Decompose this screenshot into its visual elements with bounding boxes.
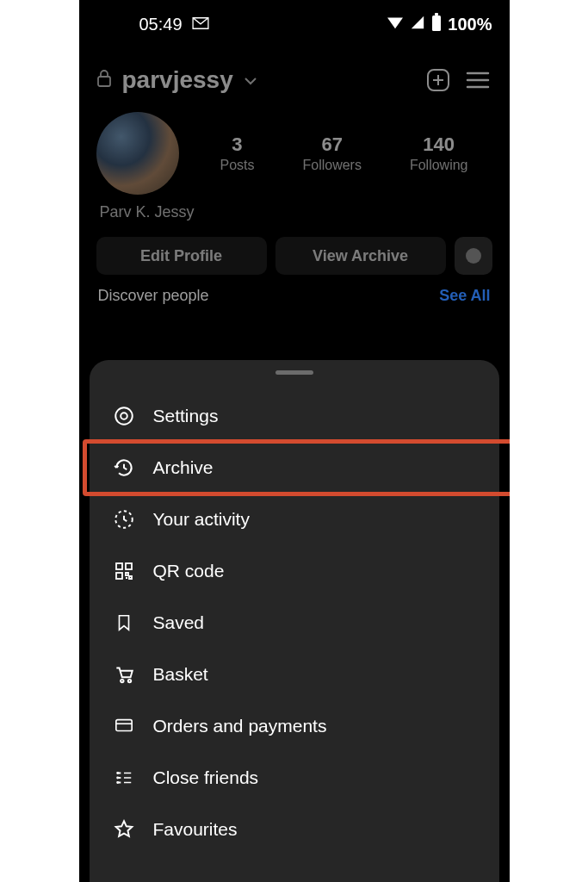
profile-header: parvjessy [79,48,510,112]
status-bar: 05:49 100% [79,0,510,48]
see-all-link[interactable]: See All [439,287,490,305]
activity-icon [112,507,136,531]
menu-bottom-sheet: Settings Archive Your activity QR code S [90,360,499,882]
svg-rect-8 [126,563,132,569]
discover-row: Discover people See All [79,287,510,305]
battery-percent: 100% [448,15,492,34]
svg-point-15 [117,782,118,783]
person-plus-icon [466,248,481,264]
archive-history-icon [112,456,136,480]
menu-label: Saved [153,612,205,633]
menu-item-basket[interactable]: Basket [90,649,499,700]
sheet-grabber[interactable] [275,370,313,375]
svg-rect-7 [116,563,122,569]
svg-point-13 [117,773,118,773]
svg-rect-12 [115,720,131,731]
stat-followers[interactable]: 67 Followers [302,134,361,173]
stat-posts[interactable]: 3 Posts [220,134,254,173]
svg-rect-0 [432,16,441,31]
gear-icon [112,404,136,428]
username-label[interactable]: parvjessy [122,66,233,94]
menu-item-archive[interactable]: Archive [90,442,499,494]
followers-label: Followers [302,158,361,173]
posts-label: Posts [220,158,254,173]
discover-label: Discover people [98,287,209,305]
chevron-down-icon[interactable] [244,71,257,90]
close-friends-icon [112,766,136,790]
hamburger-menu-icon[interactable] [463,65,492,95]
stat-following[interactable]: 140 Following [410,134,468,173]
svg-rect-2 [98,77,110,86]
following-label: Following [410,158,468,173]
lock-icon [96,70,112,91]
menu-item-orders[interactable]: Orders and payments [90,700,499,752]
profile-buttons: Edit Profile View Archive [79,221,510,287]
suggested-people-button[interactable] [455,237,492,275]
battery-icon [430,13,443,36]
menu-label: QR code [153,561,225,581]
menu-label: Archive [153,457,214,478]
followers-count: 67 [302,134,361,156]
svg-point-4 [115,407,133,425]
avatar[interactable] [96,112,179,195]
menu-label: Your activity [153,509,250,530]
menu-item-activity[interactable]: Your activity [90,494,499,545]
menu-label: Favourites [153,819,238,840]
edit-profile-button[interactable]: Edit Profile [96,237,267,275]
star-icon [112,817,136,842]
menu-item-qr[interactable]: QR code [90,545,499,597]
phone-frame: 05:49 100% parvjessy [79,0,510,882]
menu-item-saved[interactable]: Saved [90,597,499,649]
svg-rect-9 [116,573,122,579]
create-button[interactable] [424,65,453,95]
profile-stats-row: 3 Posts 67 Followers 140 Following [79,112,510,203]
stats: 3 Posts 67 Followers 140 Following [196,134,492,173]
menu-label: Orders and payments [153,716,327,736]
display-name: Parv K. Jessy [79,203,510,221]
svg-point-14 [117,777,118,778]
qr-icon [112,559,136,583]
gmail-icon [191,15,210,34]
status-time: 05:49 [139,15,183,34]
card-icon [112,714,136,738]
signal-icon [410,15,425,34]
menu-item-close-friends[interactable]: Close friends [90,752,499,804]
menu-label: Close friends [153,767,259,788]
view-archive-button[interactable]: View Archive [275,237,446,275]
svg-point-10 [121,680,123,682]
wifi-icon [386,15,405,34]
svg-point-11 [127,680,130,682]
cart-icon [112,662,136,686]
menu-label: Basket [153,664,208,685]
bookmark-icon [112,611,136,635]
following-count: 140 [410,134,468,156]
svg-point-5 [121,413,127,419]
menu-item-favourites[interactable]: Favourites [90,804,499,855]
menu-item-settings[interactable]: Settings [90,390,499,442]
menu-label: Settings [153,406,219,426]
posts-count: 3 [220,134,254,156]
svg-rect-1 [435,13,438,16]
